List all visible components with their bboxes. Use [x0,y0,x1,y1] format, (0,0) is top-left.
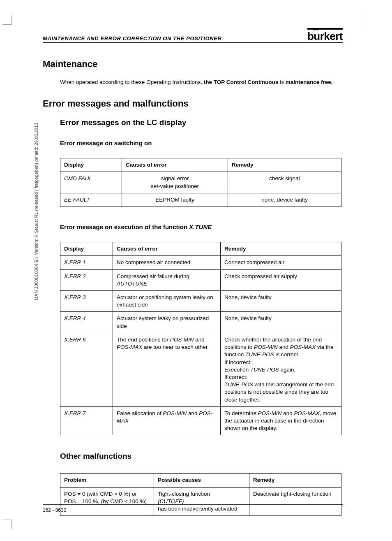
table-row: X.ERR 3 Actuator or positioning system l… [60,290,341,311]
th-causes: Causes of error [122,158,228,172]
td-display: EE FAULT [60,193,122,207]
table-row: X.ERR 7 False allocation of POS-MIN and … [60,406,341,435]
crop-mark [2,16,12,25]
td-remedy: none, device faulty [228,193,341,207]
table-row: X.ERR 4 Actuator system leaky on pressur… [60,312,341,333]
heading-other-malfunctions: Other malfunctions [60,452,343,461]
running-head: MAINTENANCE AND ERROR CORRECTION ON THE … [43,35,221,42]
table-xtune: Display Causes of error Remedy X.ERR 1 N… [60,242,341,435]
heading-switching-on: Error message on switching on [60,139,343,146]
td-causes: Compressed air failure during AUTOTUNE [113,269,221,290]
td-causes: No compressed air connected [113,256,221,269]
table-row: CMD FAUL signal error set-value position… [60,172,341,193]
td-display: X.ERR 7 [60,406,113,435]
table-row: X.ERR 6 The end positions for POS-MIN an… [60,333,341,406]
table-switching-on: Display Causes of error Remedy CMD FAUL … [60,158,341,207]
table-row: EE FAULT EEPROM faulty none, device faul… [60,193,341,207]
page-content: MAINTENANCE AND ERROR CORRECTION ON THE … [43,29,343,532]
td-display: X.ERR 4 [60,312,113,333]
th-remedy: Remedy [228,158,341,172]
td-remedy: check signal [228,172,341,193]
page-footer: 152 - 8630 [43,504,343,513]
page-header: MAINTENANCE AND ERROR CORRECTION ON THE … [43,29,343,43]
th-remedy: Remedy [249,474,341,487]
burkert-logo: burkert [307,30,343,43]
table-row: Display Causes of error Remedy [60,242,341,256]
td-remedy: Connect compressed air [221,256,341,269]
table-row: X.ERR 2 Compressed air failure during AU… [60,269,341,290]
td-causes: False allocation of POS-MIN and POS-MAX [113,406,221,435]
td-remedy: None, device faulty [221,290,341,311]
td-display: X.ERR 3 [60,290,113,311]
th-display: Display [60,158,122,172]
td-display: X.ERR 6 [60,333,113,406]
table-row: Display Causes of error Remedy [60,158,341,172]
td-remedy: None, device faulty [221,312,341,333]
td-causes: The end positions for POS-MIN and POS-MA… [113,333,221,406]
td-remedy: Check compressed air supply [221,269,341,290]
td-display: CMD FAUL [60,172,122,193]
th-possible-causes: Possible causes [154,474,249,487]
heading-xtune: Error message on execution of the functi… [60,223,343,230]
heading-errors: Error messages and malfunctions [43,98,343,109]
heading-lc-display: Error messages on the LC display [60,118,343,127]
th-causes: Causes of error [113,242,221,256]
td-display: X.ERR 2 [60,269,113,290]
maintenance-paragraph: When operated according to these Operati… [60,79,343,86]
td-causes: EEPROM faulty [122,193,228,207]
td-display: X.ERR 1 [60,256,113,269]
td-remedy: To determine POS-MIN and POS-MAX, move t… [221,406,341,435]
th-display: Display [60,242,113,256]
td-causes: signal error set-value positioner [122,172,228,193]
th-remedy: Remedy [221,242,341,256]
th-problem: Problem [60,474,154,487]
crop-mark [2,520,12,529]
td-causes: Actuator or positioning system leaky on … [113,290,221,311]
side-metadata: MAN 1000010084 EN Version: K Status: RL … [34,123,39,300]
table-row: X.ERR 1 No compressed air connected Conn… [60,256,341,269]
table-row: Problem Possible causes Remedy [60,474,341,487]
td-causes: Actuator system leaky on pressurized sid… [113,312,221,333]
heading-maintenance: Maintenance [43,59,343,70]
td-remedy: Check whether the allocation of the end … [221,333,341,406]
crop-mark [365,16,374,25]
